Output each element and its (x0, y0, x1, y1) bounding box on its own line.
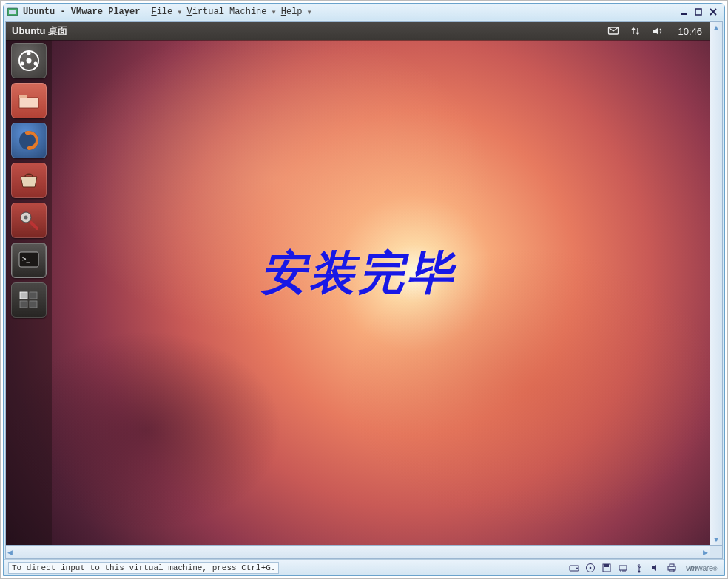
svg-rect-27 (604, 564, 609, 567)
ubuntu-top-panel[interactable]: Ubuntu 桌面 10:46 (6, 22, 710, 40)
launcher-firefox[interactable] (11, 123, 47, 158)
svg-point-10 (21, 62, 24, 66)
vm-viewport-area: Ubuntu 桌面 10:46 (5, 21, 723, 559)
launcher-settings[interactable] (11, 203, 47, 238)
cdrom-icon[interactable] (584, 562, 597, 574)
svg-point-15 (24, 216, 28, 220)
floppy-icon[interactable] (600, 562, 613, 574)
vmware-logo: vmware® (683, 563, 720, 572)
svg-point-9 (34, 62, 38, 66)
menu-separator: ▾ (271, 7, 277, 18)
scroll-down-icon[interactable]: ▼ (712, 535, 721, 545)
menu-virtual-machine[interactable]: Virtual Machine (184, 7, 269, 18)
screenshot-frame: Ubuntu - VMware Player File ▾ Virtual Ma… (0, 0, 728, 579)
launcher-software-center[interactable] (11, 163, 47, 198)
menu-help[interactable]: Help (279, 7, 305, 18)
clock[interactable]: 10:46 (678, 26, 702, 37)
scroll-left-icon[interactable]: ◀ (6, 547, 14, 558)
network-adapter-icon[interactable] (616, 562, 630, 574)
svg-rect-37 (670, 564, 674, 566)
menu-separator: ▾ (176, 7, 183, 18)
messages-icon[interactable] (607, 24, 620, 38)
maximize-button[interactable] (693, 7, 704, 17)
panel-indicators: 10:46 (607, 24, 702, 38)
svg-point-23 (576, 567, 578, 569)
sound-card-icon[interactable] (649, 562, 662, 574)
vm-guest-display[interactable]: Ubuntu 桌面 10:46 (5, 21, 710, 546)
launcher-dash[interactable] (11, 43, 47, 78)
sound-icon[interactable] (651, 24, 664, 38)
horizontal-scrollbar[interactable]: ◀ ▶ (5, 546, 710, 559)
hdd-icon[interactable] (567, 562, 581, 574)
status-device-icons (567, 562, 678, 574)
network-icon[interactable] (629, 24, 642, 38)
svg-rect-3 (695, 9, 701, 15)
svg-point-11 (27, 58, 32, 64)
menu-file[interactable]: File (149, 7, 175, 18)
usb-icon[interactable] (633, 562, 646, 574)
minimize-button[interactable] (678, 7, 689, 17)
launcher-files[interactable] (11, 83, 47, 118)
overlay-annotation-text: 安装完毕 (6, 242, 710, 304)
svg-rect-1 (9, 10, 16, 14)
panel-title: Ubuntu 桌面 (12, 24, 67, 38)
printer-icon[interactable] (665, 562, 678, 574)
vertical-scrollbar[interactable]: ▲ ▼ (710, 21, 723, 546)
close-button[interactable] (708, 7, 718, 17)
statusbar: To direct input to this virtual machine,… (4, 559, 724, 575)
scroll-up-icon[interactable]: ▲ (712, 22, 721, 33)
svg-point-8 (27, 52, 31, 55)
scroll-right-icon[interactable]: ▶ (701, 547, 710, 558)
menubar: File ▾ Virtual Machine ▾ Help ▾ (149, 7, 312, 18)
window-title: Ubuntu - VMware Player (23, 7, 140, 17)
window-controls (678, 7, 721, 17)
menu-separator: ▾ (306, 7, 313, 18)
titlebar[interactable]: Ubuntu - VMware Player File ▾ Virtual Ma… (4, 4, 724, 20)
scroll-corner (710, 546, 723, 559)
svg-point-25 (590, 566, 592, 569)
vmware-app-icon (7, 6, 18, 18)
vmware-player-window: Ubuntu - VMware Player File ▾ Virtual Ma… (3, 3, 725, 576)
svg-rect-12 (19, 95, 27, 98)
svg-rect-28 (619, 566, 627, 570)
status-hint-text: To direct input to this virtual machine,… (8, 562, 279, 574)
